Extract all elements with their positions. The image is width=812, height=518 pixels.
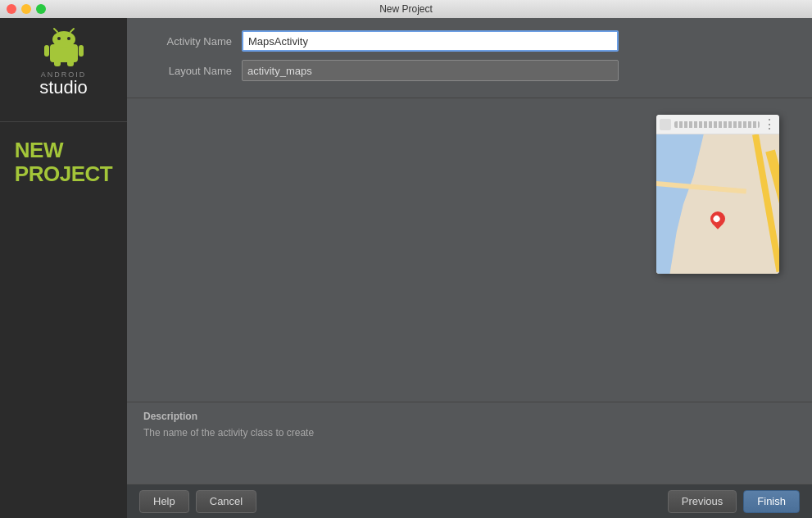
layout-name-row: Layout Name (143, 60, 796, 81)
activity-name-row: Activity Name (143, 30, 796, 52)
activity-name-input[interactable] (242, 30, 619, 52)
map-pin (710, 211, 726, 234)
android-logo-icon (43, 26, 84, 67)
map-water (656, 134, 724, 274)
activity-name-label: Activity Name (143, 35, 242, 48)
maximize-button[interactable] (36, 4, 46, 14)
previous-button[interactable]: Previous (668, 490, 737, 513)
preview-topbar: ⋮ (656, 115, 779, 134)
main-container: ANDROID studio NEW PROJECT Activity Name… (0, 18, 812, 518)
preview-topbar-squiggle (674, 121, 760, 128)
svg-point-1 (52, 31, 75, 48)
title-bar: New Project (0, 0, 812, 18)
finish-button[interactable]: Finish (743, 490, 800, 513)
footer: Help Cancel Previous Finish (127, 484, 812, 518)
preview-map (656, 134, 779, 274)
svg-line-5 (70, 29, 74, 32)
footer-right-buttons: Previous Finish (668, 490, 800, 513)
middle-area: ⋮ (127, 98, 812, 402)
svg-rect-9 (67, 60, 74, 66)
svg-line-4 (54, 29, 57, 32)
window-controls[interactable] (7, 4, 46, 14)
layout-name-input[interactable] (242, 60, 619, 81)
svg-point-2 (57, 37, 61, 40)
svg-rect-7 (79, 45, 84, 57)
content-area: Activity Name Layout Name ⋮ (127, 18, 812, 518)
form-section: Activity Name Layout Name (127, 18, 812, 98)
svg-rect-6 (44, 45, 49, 57)
svg-rect-8 (54, 60, 61, 66)
logo-area: ANDROID studio (39, 26, 88, 97)
preview-topbar-menu-icon: ⋮ (763, 118, 776, 131)
studio-label: studio (39, 79, 88, 97)
cancel-button[interactable]: Cancel (196, 490, 256, 513)
map-background (656, 134, 779, 274)
sidebar: ANDROID studio NEW PROJECT (0, 18, 127, 518)
pin-head (707, 208, 728, 229)
description-section: Description The name of the activity cla… (127, 402, 812, 484)
description-title: Description (143, 411, 796, 422)
sidebar-divider (0, 121, 127, 122)
window-title: New Project (379, 3, 433, 15)
new-project-title: NEW PROJECT (2, 130, 125, 193)
minimize-button[interactable] (21, 4, 31, 14)
layout-name-label: Layout Name (143, 65, 242, 77)
help-button[interactable]: Help (139, 490, 189, 513)
footer-left-buttons: Help Cancel (139, 490, 256, 513)
svg-point-3 (67, 37, 70, 40)
description-text: The name of the activity class to create (143, 427, 796, 438)
close-button[interactable] (7, 4, 16, 14)
preview-card: ⋮ (656, 115, 779, 274)
preview-topbar-icon (660, 119, 671, 130)
